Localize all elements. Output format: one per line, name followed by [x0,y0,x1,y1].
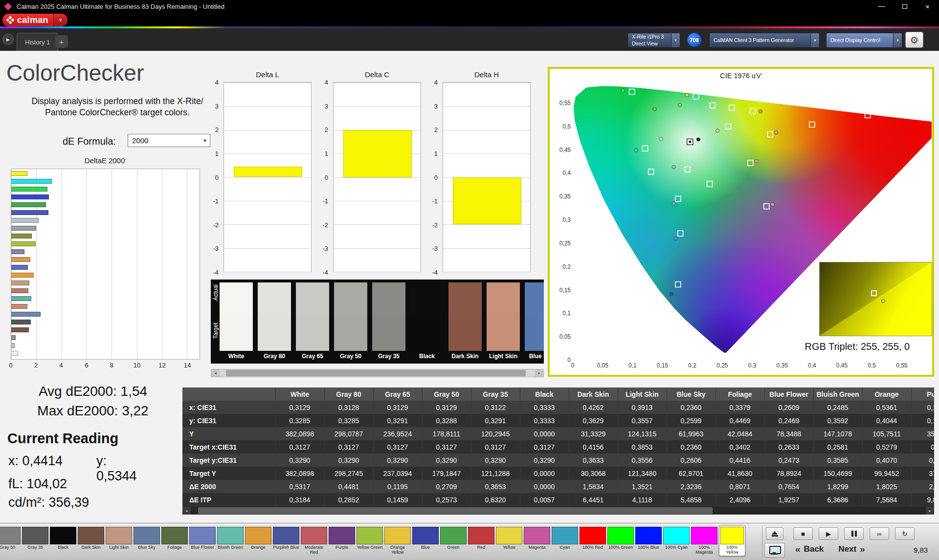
loop-button[interactable]: ∞ [870,527,889,540]
current-cd: cd/m²: 356,39 [8,495,89,510]
display-window-button[interactable] [764,543,785,558]
maximize-button[interactable] [893,0,916,13]
pattern-button[interactable]: 100% Blue [635,527,662,556]
swatch-scrollbar[interactable]: ◄ ► [211,369,544,377]
play-button[interactable]: ▶ [819,527,838,540]
back-button[interactable]: « Back [795,544,824,555]
pattern-button[interactable]: Gray 35 [22,527,48,556]
pattern-button[interactable]: Cyan [552,527,578,556]
pattern-button[interactable]: Green [440,527,467,556]
pattern-label: Blue Flower [189,545,216,555]
swatch-label: Black [410,353,444,360]
pattern-button[interactable]: 100% Green [607,527,634,556]
pause-icon [851,531,857,537]
column-header: Gray 35 [471,388,520,401]
pattern-button[interactable]: Orange Yellow [384,527,411,556]
scroll-left-button[interactable]: ◄ [182,507,191,515]
swatch-label: White [220,353,253,360]
pattern-button[interactable]: Moderate Red [301,527,327,556]
pattern-label: 100% Cyan [663,545,690,555]
pattern-button[interactable]: 100% Red [580,527,606,556]
pattern-color [301,527,327,544]
close-button[interactable]: × [916,0,939,13]
pattern-color [357,527,383,544]
pattern-button[interactable]: Bluish Green [217,527,244,556]
infinity-icon: ∞ [877,530,881,538]
pattern-button[interactable]: Red [468,527,494,556]
pattern-color [161,527,188,544]
scrollbar-thumb[interactable] [226,370,526,376]
pattern-button[interactable]: 100% Yellow [719,525,745,556]
play-icon: ▶ [826,530,831,538]
max-de2000: Max dE2000: 3,22 [24,403,161,419]
pattern-color [106,527,132,544]
pattern-button[interactable]: Purple [329,527,355,556]
settings-button[interactable]: ⚙ [905,32,923,48]
display-control-dropdown[interactable]: Direct Display Control ▼ [826,33,902,48]
table-scrollbar[interactable]: ◄ ► [182,507,934,515]
deltae-bars [11,169,200,359]
pattern-button[interactable]: Dark Skin [78,527,104,556]
pattern-generator-dropdown[interactable]: CalMAN Client 3 Pattern Generator ▼ [709,33,820,48]
pattern-color [22,527,48,544]
pause-button[interactable] [844,527,864,540]
tab-history-1[interactable]: History 1 [17,33,58,51]
y-tick-label: 0,05 [550,333,571,340]
pattern-button[interactable]: Light Skin [106,527,132,556]
scroll-right-button[interactable]: ► [926,507,934,515]
current-fl: fL: 104,02 [8,476,67,492]
pattern-color [663,527,690,544]
run-button[interactable]: ▶ [2,34,14,45]
scrollbar-track[interactable] [191,507,926,515]
column-header: Orange [862,388,911,401]
add-tab-button[interactable]: + [55,35,68,48]
y-tick-label: 2 [325,126,328,133]
pattern-button[interactable]: Purplish Blue [273,527,299,556]
x-tick-label: 6 [85,362,88,369]
pattern-list: Gray 50Gray 35BlackDark SkinLight SkinBl… [0,527,745,556]
stop-button[interactable]: ■ [793,527,813,540]
eject-button[interactable] [766,527,783,540]
pattern-button[interactable]: Orange [245,527,271,556]
y-tick-label: -4 [213,269,219,276]
minimize-button[interactable]: — [870,0,893,13]
pattern-button[interactable]: Yellow [496,527,522,556]
pattern-button[interactable]: Foliage [161,527,188,556]
swatch: White [220,282,253,360]
deltae-bar [11,218,39,223]
logo-menu-button[interactable]: ▼ [53,14,67,26]
pattern-button[interactable]: 100% Cyan [663,527,690,556]
pattern-button[interactable]: Gray 50 [0,527,21,556]
pattern-button[interactable]: Magenta [524,527,550,556]
pattern-button[interactable]: Blue Sky [134,527,160,556]
calman-logo[interactable]: calman ▼ [2,14,67,26]
gear-icon: ⚙ [910,34,919,46]
scroll-left-button[interactable]: ◄ [211,369,220,377]
scrollbar-track[interactable] [220,369,535,377]
window-controls: — × [870,0,939,13]
y-tick-label: 0 [325,173,328,181]
formula-value: 2000 [128,136,200,145]
deltae-bar [11,273,34,278]
swatch: Blue Sky [525,282,544,360]
swatch-label: Gray 35 [372,353,405,360]
scrollbar-thumb[interactable] [198,507,713,514]
pattern-button[interactable]: Yellow Green [357,527,383,556]
y-tick-label: -2 [322,221,328,228]
pattern-button[interactable]: Black [50,527,76,556]
pattern-label: 100% Yellow [720,545,744,555]
deltae-bar [11,171,27,176]
pattern-button[interactable]: Blue Flower [189,527,216,556]
instrument-dropdown[interactable]: X-Rite i1Pro 3 Direct View ▼ [627,33,680,48]
pattern-color [189,527,216,544]
next-button[interactable]: Next » [838,544,865,555]
scroll-right-button[interactable]: ► [535,369,543,377]
pattern-button[interactable]: 100% Magenta [691,527,717,556]
refresh-button[interactable]: ↻ [895,527,915,540]
pattern-button[interactable]: Blue [412,527,439,556]
pattern-color [635,527,662,544]
y-tick-label: 4 [434,79,438,86]
formula-dropdown[interactable]: 2000 ▼ [128,134,210,147]
logo-bar: calman ▼ [0,13,939,26]
instrument-label: X-Rite i1Pro 3 Direct View [628,33,671,47]
